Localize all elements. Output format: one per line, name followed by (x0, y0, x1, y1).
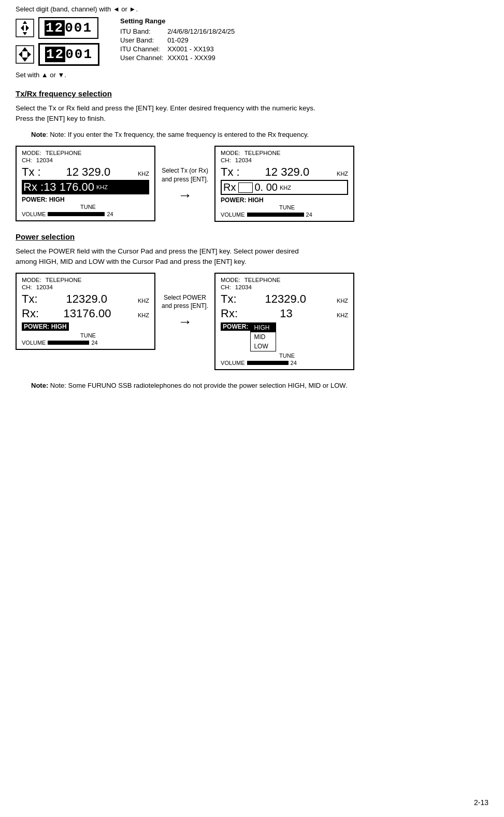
display-row-1: 12001 (16, 17, 99, 39)
right-volume-row: VOLUME 24 (221, 212, 348, 218)
left-volume-bar (48, 212, 105, 216)
left-rx-khz: KHZ (96, 184, 108, 190)
txrx-body2: Press the [ENT] key to finish. (16, 115, 106, 122)
power-right-tx-line: Tx: 12329.0 KHZ (221, 292, 348, 306)
p-left-power: POWER: HIGH (22, 322, 69, 331)
txrx-section-title: Tx/Rx frequency selection (16, 89, 488, 98)
power-right-header: MODE: TELEPHONE (221, 277, 348, 283)
digit-highlighted-1: 12 (45, 20, 65, 36)
p-left-mode-value: TELEPHONE (46, 277, 82, 283)
power-right-rx-line: Rx: 13 KHZ (221, 307, 348, 320)
power-arrow-between: Select POWERand press [ENT]. → (155, 293, 214, 331)
power-panels-row: MODE: TELEPHONE CH: 12034 Tx: 12329.0 KH… (16, 273, 488, 370)
set-with-line: Set with ▲ or ▼. (16, 71, 488, 79)
right-rx-label: Rx (223, 181, 236, 193)
p-left-ch-value: 12034 (36, 284, 53, 290)
svg-marker-2 (26, 25, 29, 31)
txrx-arrow-between: Select Tx (or Rx)and press [ENT]. → (155, 166, 214, 204)
power-big-arrow: → (178, 314, 192, 330)
left-tx-label: Tx : (22, 165, 41, 179)
display-row-2: 12001 (16, 43, 99, 66)
power-left-ch: CH: 12034 (22, 284, 149, 290)
txrx-body1: Select the Tx or Rx field and press the … (16, 104, 315, 112)
right-mode-value: TELEPHONE (244, 150, 281, 156)
left-volume-row: VOLUME 24 (22, 211, 149, 217)
setting-range-row: ITU Band: 2/4/6/8/12/16/18/24/25 (120, 27, 239, 36)
power-left-tx-line: Tx: 12329.0 KHZ (22, 292, 149, 306)
right-tx-khz: KHZ (337, 171, 348, 177)
ud-arrow-pad[interactable] (16, 45, 34, 64)
left-rx-label: Rx : (23, 180, 44, 194)
p-left-tune: TUNE (27, 332, 149, 339)
sr-itu-band-label: ITU Band: (120, 27, 167, 36)
p-left-volume-label: VOLUME (22, 340, 46, 346)
right-volume-label: VOLUME (221, 212, 244, 218)
txrx-panels-row: MODE: TELEPHONE CH: 12034 Tx : 12 329.0 … (16, 146, 488, 222)
p-right-power-row: POWER: HIGH MID LOW (221, 322, 348, 351)
sr-user-band-value: 01-029 (167, 36, 239, 45)
left-ch-label: CH: (22, 157, 32, 163)
power-option-low[interactable]: LOW (251, 342, 276, 351)
txrx-left-ch: CH: 12034 (22, 157, 149, 163)
right-volume-bar (247, 213, 304, 217)
p-right-mode-label: MODE: (221, 277, 240, 283)
txrx-right-header: MODE: TELEPHONE (221, 150, 348, 156)
p-left-mode-label: MODE: (22, 277, 41, 283)
left-tx-khz: KHZ (138, 171, 149, 177)
p-right-rx-label: Rx: (221, 307, 238, 320)
power-arrow-label: Select POWERand press [ENT]. (162, 293, 208, 311)
right-ch-value: 12034 (235, 157, 252, 163)
p-left-rx-khz: KHZ (138, 312, 149, 318)
top-section: 12001 12001 (16, 17, 488, 66)
digit-instruction: Select digit (band, channel) with ◄ or ►… (16, 5, 488, 13)
power-left-panel: MODE: TELEPHONE CH: 12034 Tx: 12329.0 KH… (16, 273, 155, 350)
setting-range-data: ITU Band: 2/4/6/8/12/16/18/24/25 User Ba… (120, 27, 239, 62)
left-tune: TUNE (27, 204, 149, 210)
lr-arrow-pad-1[interactable] (16, 19, 34, 37)
p-right-ch-value: 12034 (235, 284, 252, 290)
p-left-volume-row: VOLUME 24 (22, 340, 149, 346)
right-tx-freq: 12 329.0 (265, 165, 310, 179)
rx-empty-input-box (238, 182, 253, 193)
txrx-left-panel: MODE: TELEPHONE CH: 12034 Tx : 12 329.0 … (16, 146, 155, 221)
p-right-tune: TUNE (226, 353, 348, 359)
txrx-arrow-label: Select Tx (or Rx)and press [ENT]. (162, 166, 208, 184)
txrx-big-arrow: → (178, 187, 192, 204)
power-section-title: Power selection (16, 232, 488, 241)
setting-range-table: Setting Range ITU Band: 2/4/6/8/12/16/18… (120, 17, 239, 62)
svg-marker-3 (23, 21, 27, 24)
power-option-mid[interactable]: MID (251, 332, 276, 342)
left-mode-value: TELEPHONE (46, 150, 82, 156)
left-volume-label: VOLUME (22, 211, 46, 217)
left-rx-freq: 13 176.00 (44, 180, 94, 194)
txrx-right-tx-line: Tx : 12 329.0 KHZ (221, 165, 348, 179)
power-dropdown[interactable]: HIGH MID LOW (250, 322, 276, 351)
p-right-ch-label: CH: (221, 284, 231, 290)
p-left-tx-label: Tx: (22, 292, 38, 306)
p-right-volume-num: 24 (291, 360, 297, 366)
digit-display-1: 12001 (38, 17, 98, 39)
right-mode-label: MODE: (221, 150, 240, 156)
left-tx-freq: 12 329.0 (66, 165, 111, 179)
power-body2: among HIGH, MID and LOW with the Cursor … (16, 258, 246, 265)
svg-marker-8 (22, 47, 28, 51)
right-rx-freq: 0. 00 (255, 181, 278, 193)
left-mode-label: MODE: (22, 150, 41, 156)
top-instruction-row: Select digit (band, channel) with ◄ or ►… (16, 5, 488, 13)
power-body: Select the POWER field with the Cursor P… (16, 246, 488, 267)
setting-range-row: ITU Channel: XX001 - XX193 (120, 45, 239, 53)
power-body1: Select the POWER field with the Cursor P… (16, 247, 299, 255)
right-tx-label: Tx : (221, 165, 240, 179)
power-note-text: Note: Some FURUNO SSB radiotelephones do… (50, 382, 348, 389)
svg-marker-1 (21, 25, 24, 31)
setting-range-title: Setting Range (120, 17, 239, 25)
power-right-panel: MODE: TELEPHONE CH: 12034 Tx: 12329.0 KH… (214, 273, 354, 370)
power-option-high[interactable]: HIGH (251, 323, 276, 332)
p-left-volume-bar (48, 341, 89, 345)
p-left-tx-khz: KHZ (138, 298, 149, 304)
left-power: POWER: HIGH (22, 196, 149, 203)
left-volume-num: 24 (107, 211, 113, 217)
right-ch-label: CH: (221, 157, 231, 163)
txrx-left-header: MODE: TELEPHONE (22, 150, 149, 156)
p-left-rx-label: Rx: (22, 307, 39, 320)
